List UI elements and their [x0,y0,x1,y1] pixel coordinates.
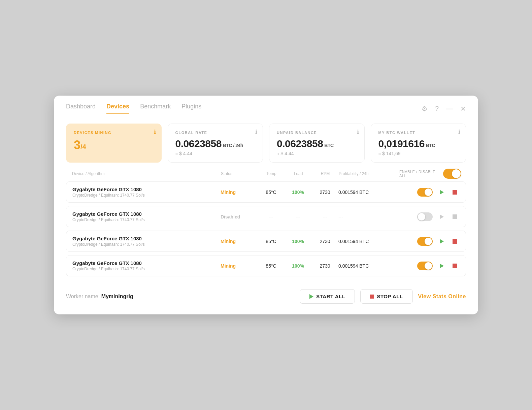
stat-usd-btc: ≈ $ 141,69 [378,151,459,156]
tab-benchmark[interactable]: Benchmark [140,103,171,114]
device-toggle-4[interactable] [417,262,433,270]
device-toggle-3[interactable] [417,237,433,246]
device-info-1: Gygabyte GeForce GTX 1080 CryptoDredge /… [72,186,221,198]
device-info-4: Gygabyte GeForce GTX 1080 CryptoDredge /… [72,260,221,271]
th-profitability: Profitability / 24h [339,171,399,176]
svg-rect-1 [453,190,457,195]
device-rpm-4: 2730 [311,263,338,269]
footer: Worker name: Myminingrig START ALL STOP … [54,280,478,314]
th-temp: Temp [258,171,285,176]
row-controls-4 [399,261,460,271]
device-temp-1: 85°C [258,190,285,195]
device-table: Device / Algorithm Status Temp Load RPM … [54,169,478,276]
info-icon-unpaid[interactable]: ℹ [357,129,359,135]
svg-marker-6 [440,264,444,268]
device-status-3: Mining [221,239,258,244]
device-profit-3: 0.001594 BTC [338,239,399,244]
svg-marker-2 [440,214,444,219]
table-header: Device / Algorithm Status Temp Load RPM … [66,169,466,181]
window-controls: ⚙ ? — ✕ [422,105,466,113]
device-info-2: Gygabyte GeForce GTX 1080 CryptoDredge /… [72,211,221,222]
device-load-1: 100% [285,190,311,195]
help-icon[interactable]: ? [435,105,439,112]
play-button-2[interactable] [437,212,446,221]
stat-usd-global-rate: ≈ $ 4.44 [175,151,256,156]
stat-card-btc-wallet: ℹ MY BTC WALLET 0,0191616BTC ≈ $ 141,69 [371,124,466,163]
device-temp-3: 85°C [258,239,285,244]
row-controls-1 [399,187,460,197]
stat-label-btc: MY BTC WALLET [378,131,459,135]
th-load: Load [285,171,312,176]
table-row: Gygabyte GeForce GTX 1080 CryptoDredge /… [66,231,466,252]
svg-marker-0 [440,190,444,195]
th-status: Status [221,171,258,176]
stat-value-devices: 3/4 [74,138,154,152]
footer-actions: START ALL STOP ALL View Stats Online [300,289,466,304]
device-profit-2: --- [338,214,399,219]
device-profit-1: 0.001594 BTC [338,190,399,195]
svg-marker-4 [440,239,444,244]
stop-button-3[interactable] [450,237,460,246]
device-toggle-1[interactable] [417,188,433,197]
play-button-3[interactable] [437,237,446,246]
table-row: Gygabyte GeForce GTX 1080 CryptoDredge /… [66,181,466,203]
info-icon-devices[interactable]: ℹ [154,129,156,135]
svg-rect-5 [453,239,457,244]
device-algo-2: CryptoDredge / Equihash: 1740.77 Sol/s [72,217,221,222]
device-algo-3: CryptoDredge / Equihash: 1740.77 Sol/s [72,242,221,247]
nav-tabs: Dashboard Devices Benchmark Plugins [66,103,201,114]
row-controls-2 [399,212,460,221]
main-window: Dashboard Devices Benchmark Plugins ⚙ ? … [54,96,478,314]
view-stats-button[interactable]: View Stats Online [418,294,466,300]
titlebar: Dashboard Devices Benchmark Plugins ⚙ ? … [54,96,478,114]
stop-button-2[interactable] [450,212,460,221]
close-icon[interactable]: ✕ [460,105,466,113]
stat-label-devices: DEVICES MINING [74,131,154,135]
stat-value-unpaid: 0.0623858BTC [277,138,357,149]
stat-card-unpaid-balance: ℹ UNPAID BALANCE 0.0623858BTC ≈ $ 4.44 [269,124,365,163]
stop-button-1[interactable] [450,187,460,197]
device-status-2: Disabled [221,214,258,219]
device-toggle-2[interactable] [417,212,433,221]
device-name-1: Gygabyte GeForce GTX 1080 [72,186,221,192]
info-icon-global-rate[interactable]: ℹ [255,129,257,135]
table-row: Gygabyte GeForce GTX 1080 CryptoDredge /… [66,206,466,227]
device-status-1: Mining [221,190,258,195]
device-algo-1: CryptoDredge / Equihash: 1740.77 Sol/s [72,193,221,198]
tab-plugins[interactable]: Plugins [181,103,201,114]
worker-name-display: Worker name: Myminingrig [66,294,133,300]
device-rpm-3: 2730 [311,239,338,244]
tab-devices[interactable]: Devices [106,103,129,114]
stats-row: ℹ DEVICES MINING 3/4 ℹ GLOBAL RATE 0.062… [54,114,478,169]
th-device: Device / Algorithm [72,171,221,176]
settings-icon[interactable]: ⚙ [422,105,428,113]
device-load-3: 100% [285,239,311,244]
device-info-3: Gygabyte GeForce GTX 1080 CryptoDredge /… [72,236,221,247]
start-all-play-icon [309,294,313,299]
svg-rect-7 [453,264,457,268]
tab-dashboard[interactable]: Dashboard [66,103,96,114]
stat-card-devices-mining: ℹ DEVICES MINING 3/4 [66,124,162,163]
minimize-icon[interactable]: — [446,105,453,112]
stat-usd-unpaid: ≈ $ 4.44 [277,151,357,156]
device-name-2: Gygabyte GeForce GTX 1080 [72,211,221,217]
start-all-button[interactable]: START ALL [300,289,355,304]
device-name-4: Gygabyte GeForce GTX 1080 [72,260,221,266]
play-button-4[interactable] [437,261,446,271]
device-name-3: Gygabyte GeForce GTX 1080 [72,236,221,241]
device-temp-4: 85°C [258,263,285,269]
stat-label-unpaid: UNPAID BALANCE [277,131,357,135]
stop-all-button[interactable]: STOP ALL [360,289,412,304]
info-icon-btc[interactable]: ℹ [458,129,460,135]
device-temp-2: --- [258,214,285,219]
stop-button-4[interactable] [450,261,460,271]
enable-disable-all-toggle[interactable] [443,169,460,179]
play-button-1[interactable] [437,187,446,197]
device-load-4: 100% [285,263,311,269]
stat-card-global-rate: ℹ GLOBAL RATE 0.0623858BTC / 24h ≈ $ 4.4… [168,124,263,163]
stat-value-global-rate: 0.0623858BTC / 24h [175,138,256,149]
table-row: Gygabyte GeForce GTX 1080 CryptoDredge /… [66,255,466,276]
stop-all-stop-icon [370,295,374,299]
device-algo-4: CryptoDredge / Equihash: 1740.77 Sol/s [72,267,221,271]
stat-label-global-rate: GLOBAL RATE [175,131,256,135]
